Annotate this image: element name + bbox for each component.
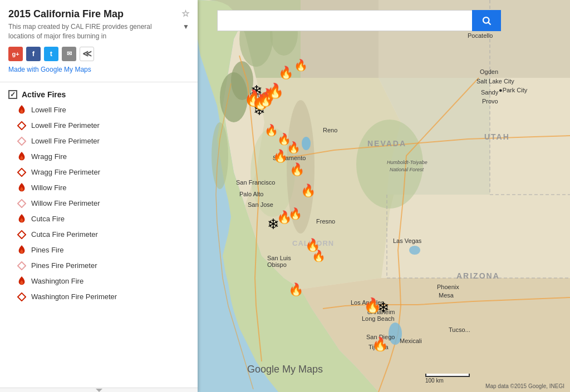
fire-item-name: Lowell Fire [31, 106, 66, 114]
fire-list-item-6[interactable]: Willow Fire Perimeter [0, 196, 198, 211]
scale-bar: 100 km [425, 374, 470, 384]
svg-point-22 [389, 322, 402, 345]
perimeter-red-icon [17, 167, 27, 177]
active-fires-checkbox[interactable]: ✓ [8, 90, 17, 99]
fire-icon [17, 214, 27, 224]
sidebar-collapse-handle[interactable] [0, 388, 198, 392]
fire-item-name: Wragg Fire Perimeter [31, 168, 100, 176]
fire-item-name: Pines Fire [31, 246, 64, 254]
svg-rect-34 [18, 122, 26, 130]
star-icon[interactable]: ☆ [181, 8, 189, 19]
svg-point-21 [302, 137, 311, 150]
fire-list-item-10[interactable]: Pines Fire Perimeter [0, 258, 198, 274]
fire-list-item-8[interactable]: Cutca Fire Perimeter [0, 227, 198, 242]
facebook-button[interactable]: f [26, 47, 41, 61]
twitter-button[interactable]: t [44, 47, 58, 61]
perimeter-pink-icon [17, 199, 27, 209]
svg-rect-38 [18, 231, 26, 239]
chevron-down-icon[interactable]: ▼ [183, 22, 189, 32]
map-title-container: 2015 California Fire Map ☆ [8, 8, 189, 20]
fire-list-item-3[interactable]: Wragg Fire [0, 149, 198, 165]
made-with-google-link[interactable]: Made with Google My Maps [8, 66, 189, 73]
fire-item-name: Cutca Fire Perimeter [31, 230, 98, 239]
perimeter-pink-icon [17, 136, 27, 146]
fire-item-name: Lowell Fire Perimeter [31, 137, 100, 145]
svg-rect-40 [18, 293, 26, 301]
active-fires-label: Active Fires [22, 90, 66, 99]
active-fires-header[interactable]: ✓ Active Fires [0, 87, 198, 102]
fire-item-name: Pines Fire Perimeter [31, 261, 97, 270]
layers-section[interactable]: ✓ Active Fires Lowell Fire Lowell Fire P… [0, 82, 198, 388]
svg-line-28 [488, 22, 490, 24]
svg-point-27 [483, 17, 489, 23]
svg-rect-36 [18, 168, 26, 176]
search-bar [217, 10, 501, 31]
svg-point-16 [287, 100, 315, 234]
perimeter-red-icon [17, 121, 27, 131]
fire-list-item-5[interactable]: Willow Fire [0, 180, 198, 196]
svg-rect-37 [18, 200, 26, 207]
fire-list: Lowell Fire Lowell Fire Perimeter Lowell… [0, 102, 198, 305]
fire-icon [17, 183, 27, 193]
search-button[interactable] [472, 10, 501, 31]
collapse-triangle-icon [96, 389, 102, 392]
svg-point-13 [231, 61, 253, 100]
fire-item-name: Wragg Fire [31, 152, 67, 161]
svg-rect-39 [18, 262, 26, 270]
svg-text:National Forest: National Forest [390, 167, 424, 172]
svg-text:Humboldt-Toiyabe: Humboldt-Toiyabe [387, 160, 428, 165]
fire-item-name: Cutca Fire [31, 215, 65, 223]
fire-icon [17, 152, 27, 162]
fire-item-name: Willow Fire Perimeter [31, 199, 100, 207]
fire-list-item-2[interactable]: Lowell Fire Perimeter [0, 133, 198, 149]
fire-icon [17, 245, 27, 255]
fire-item-name: Lowell Fire Perimeter [31, 121, 100, 130]
fire-icon [17, 276, 27, 286]
fire-item-name: Willow Fire [31, 183, 67, 192]
map-title-text: 2015 California Fire Map [8, 8, 124, 20]
perimeter-red-icon [17, 230, 27, 240]
svg-point-23 [409, 246, 420, 255]
google-plus-button[interactable]: g+ [8, 47, 23, 61]
fire-list-item-9[interactable]: Pines Fire [0, 242, 198, 258]
sidebar: 2015 California Fire Map ☆ This map crea… [0, 0, 198, 392]
email-button[interactable]: ✉ [62, 47, 76, 61]
fire-list-item-12[interactable]: Washington Fire Perimeter [0, 289, 198, 305]
fire-list-item-0[interactable]: Lowell Fire [0, 102, 198, 118]
fire-list-item-7[interactable]: Cutca Fire [0, 211, 198, 227]
map-description-container: This map created by CAL FIRE provides ge… [8, 22, 189, 41]
svg-rect-35 [18, 137, 26, 145]
svg-point-15 [212, 122, 228, 189]
fire-list-item-11[interactable]: Washington Fire [0, 274, 198, 289]
search-input[interactable] [217, 10, 472, 31]
fire-item-name: Washington Fire [31, 277, 83, 285]
attribution: Map data ©2015 Google, INEGI [485, 383, 564, 389]
fire-list-item-1[interactable]: Lowell Fire Perimeter [0, 118, 198, 133]
share-button[interactable]: ≪ [80, 47, 94, 61]
perimeter-pink-icon [17, 261, 27, 271]
sidebar-header: 2015 California Fire Map ☆ This map crea… [0, 0, 198, 82]
social-icons-row: g+ f t ✉ ≪ [8, 47, 189, 61]
perimeter-red-icon [17, 292, 27, 302]
fire-icon [17, 105, 27, 115]
fire-list-item-4[interactable]: Wragg Fire Perimeter [0, 165, 198, 180]
fire-item-name: Washington Fire Perimeter [31, 292, 117, 301]
svg-point-26 [371, 311, 374, 314]
map-description-text: This map created by CAL FIRE provides ge… [8, 22, 180, 41]
